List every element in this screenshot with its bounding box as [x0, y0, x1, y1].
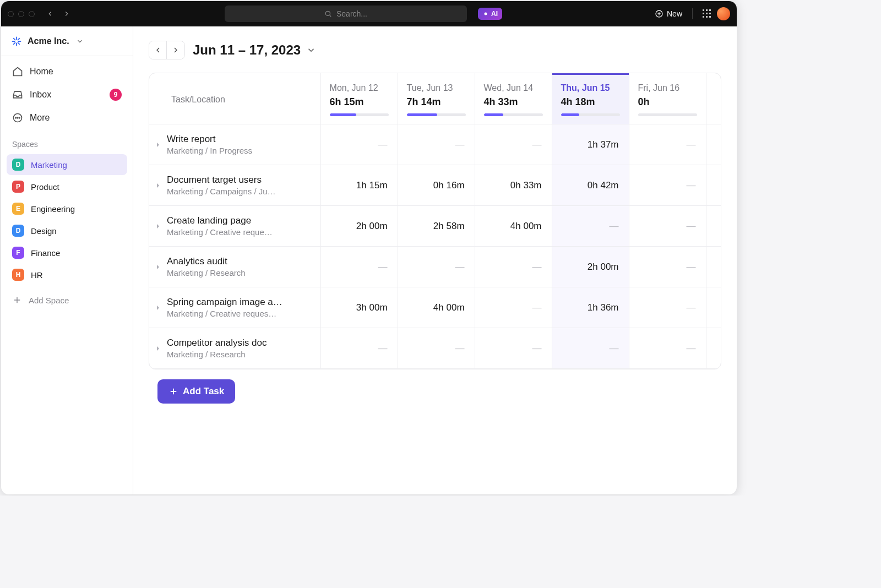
time-cell[interactable]: — [398, 247, 475, 287]
task-cell[interactable]: Write reportMarketing / In Progress [149, 124, 320, 165]
time-cell[interactable]: — [475, 124, 552, 165]
time-cell[interactable]: — [629, 124, 706, 165]
column-header-day[interactable]: Thu, Jun 154h 18m [552, 73, 629, 124]
time-cell[interactable]: 2h 58m [398, 206, 475, 247]
time-cell[interactable]: 0h 16m [398, 165, 475, 206]
sidebar-space-engineering[interactable]: EEngineering [7, 198, 127, 219]
history-forward-button[interactable] [61, 8, 72, 19]
column-header-day[interactable]: Mon, Jun 126h 15m [320, 73, 398, 124]
time-cell[interactable]: — [320, 247, 398, 287]
time-cell[interactable]: — [398, 124, 475, 165]
date-range-picker[interactable]: Jun 11 – 17, 2023 [193, 42, 316, 58]
time-cell[interactable]: — [320, 124, 398, 165]
nav-more[interactable]: More [7, 107, 127, 129]
inbox-badge: 9 [110, 89, 122, 101]
date-range-label: Jun 11 – 17, 2023 [193, 42, 301, 58]
time-cell[interactable]: — [552, 206, 629, 247]
time-cell[interactable]: — [320, 328, 398, 369]
space-label: Finance [31, 248, 60, 258]
ai-button[interactable]: AI [478, 8, 502, 20]
caret-right-icon[interactable] [154, 263, 162, 271]
space-badge-icon: F [12, 247, 24, 259]
time-cell[interactable]: 0h 42m [552, 165, 629, 206]
task-title: Write report [167, 134, 252, 145]
task-row: Create landing pageMarketing / Creative … [149, 206, 721, 247]
task-row: Write reportMarketing / In Progress———1h… [149, 124, 721, 165]
column-header-day[interactable]: Fri, Jun 160h [629, 73, 706, 124]
space-badge-icon: P [12, 181, 24, 193]
prev-week-button[interactable] [149, 41, 167, 59]
task-cell[interactable]: Create landing pageMarketing / Creative … [149, 206, 320, 247]
timesheet-table: Task/LocationMon, Jun 126h 15mTue, Jun 1… [149, 73, 721, 369]
time-cell[interactable]: 1h 36m [552, 287, 629, 328]
task-cell[interactable]: Document target usersMarketing / Campaig… [149, 165, 320, 206]
time-cell[interactable]: — [629, 287, 706, 328]
workspace-switcher[interactable]: Acme Inc. [1, 26, 133, 56]
time-cell[interactable]: — [475, 247, 552, 287]
task-cell[interactable]: Analytics auditMarketing / Research [149, 247, 320, 287]
chevron-down-icon [76, 37, 84, 45]
add-space-button[interactable]: Add Space [7, 290, 127, 311]
time-cell[interactable]: 2h 00m [552, 247, 629, 287]
new-button[interactable]: New [655, 9, 682, 18]
time-cell[interactable]: — [629, 206, 706, 247]
plus-icon [168, 386, 178, 396]
time-cell[interactable]: 3h 00m [320, 287, 398, 328]
caret-right-icon[interactable] [154, 222, 162, 231]
time-cell[interactable]: 1h 15m [320, 165, 398, 206]
time-cell[interactable]: — [629, 247, 706, 287]
svg-point-17 [19, 117, 20, 118]
chevron-down-icon [306, 45, 316, 55]
sidebar-space-marketing[interactable]: DMarketing [7, 154, 127, 175]
sidebar-space-design[interactable]: DDesign [7, 220, 127, 241]
window-controls[interactable] [8, 11, 35, 17]
svg-line-11 [18, 42, 20, 44]
time-cell[interactable]: 4h 00m [475, 206, 552, 247]
caret-right-icon[interactable] [154, 140, 162, 149]
task-cell[interactable]: Competitor analysis docMarketing / Resea… [149, 328, 320, 369]
svg-line-12 [18, 38, 20, 40]
sidebar-space-product[interactable]: PProduct [7, 176, 127, 197]
time-cell[interactable]: 1h 37m [552, 124, 629, 165]
user-avatar[interactable] [717, 7, 730, 20]
search-input[interactable]: Search... [225, 6, 467, 22]
time-cell[interactable]: — [629, 165, 706, 206]
nav-home[interactable]: Home [7, 61, 127, 83]
task-cell[interactable]: Spring campaign image a…Marketing / Crea… [149, 287, 320, 328]
time-cell[interactable]: — [475, 328, 552, 369]
caret-right-icon[interactable] [154, 303, 162, 312]
time-cell[interactable]: — [398, 328, 475, 369]
nav-inbox[interactable]: Inbox 9 [7, 84, 127, 106]
task-title: Create landing page [167, 215, 273, 226]
inbox-icon [12, 89, 23, 100]
task-path: Marketing / Creative reque… [167, 227, 273, 237]
time-cell[interactable]: — [552, 328, 629, 369]
column-header-day[interactable]: Wed, Jun 144h 33m [475, 73, 552, 124]
workspace-logo-icon [11, 36, 22, 47]
sidebar: Acme Inc. Home Inbox 9 More Spaces [1, 26, 133, 494]
time-cell[interactable]: 2h 00m [320, 206, 398, 247]
sidebar-space-finance[interactable]: FFinance [7, 242, 127, 263]
time-cell[interactable]: — [629, 328, 706, 369]
svg-point-2 [485, 13, 487, 15]
caret-right-icon[interactable] [154, 344, 162, 353]
space-badge-icon: E [12, 203, 24, 215]
sidebar-space-hr[interactable]: HHR [7, 264, 127, 285]
apps-grid-icon[interactable] [703, 9, 711, 18]
add-task-button[interactable]: Add Task [157, 379, 235, 404]
more-icon [12, 112, 23, 123]
history-back-button[interactable] [45, 8, 56, 19]
space-badge-icon: D [12, 225, 24, 237]
app-window: Search... AI New [1, 1, 737, 494]
column-header-day[interactable]: Tue, Jun 137h 14m [398, 73, 475, 124]
week-pager [149, 41, 185, 59]
time-cell[interactable]: 4h 00m [398, 287, 475, 328]
task-path: Marketing / In Progress [167, 146, 252, 155]
time-cell[interactable]: 0h 33m [475, 165, 552, 206]
titlebar: Search... AI New [1, 1, 737, 26]
next-week-button[interactable] [167, 41, 184, 59]
time-cell[interactable]: — [475, 287, 552, 328]
caret-right-icon[interactable] [154, 181, 162, 190]
space-badge-icon: H [12, 269, 24, 281]
day-progress-bar [330, 113, 389, 116]
